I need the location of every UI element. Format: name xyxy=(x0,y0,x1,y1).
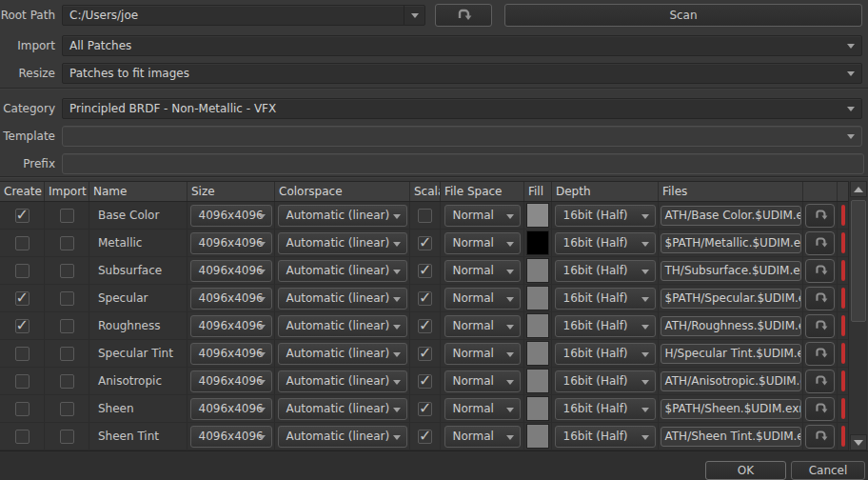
colorspace-dropdown[interactable]: Automatic (linear) xyxy=(278,315,407,337)
scalar-checkbox[interactable] xyxy=(418,291,432,306)
file-space-dropdown[interactable]: Normal xyxy=(444,370,521,392)
import-checkbox[interactable] xyxy=(60,291,74,306)
depth-dropdown[interactable]: 16bit (Half) xyxy=(555,398,656,420)
reload-file-button[interactable] xyxy=(805,314,835,338)
scalar-checkbox[interactable] xyxy=(418,236,432,250)
fill-color-swatch[interactable] xyxy=(526,258,549,283)
refresh-root-button[interactable] xyxy=(435,4,492,27)
depth-dropdown[interactable]: 16bit (Half) xyxy=(555,205,656,227)
create-checkbox[interactable] xyxy=(15,374,30,389)
import-checkbox[interactable] xyxy=(60,402,74,416)
file-space-dropdown[interactable]: Normal xyxy=(444,260,521,282)
fill-color-swatch[interactable] xyxy=(526,341,549,366)
size-dropdown[interactable]: 4096x4096 xyxy=(190,343,272,365)
file-path-field[interactable]: H/Specular Tint.$UDIM.exr xyxy=(661,344,801,364)
import-dropdown[interactable]: All Patches xyxy=(62,35,862,56)
scalar-checkbox[interactable] xyxy=(418,430,432,444)
depth-dropdown[interactable]: 16bit (Half) xyxy=(555,343,656,365)
import-checkbox[interactable] xyxy=(60,430,74,444)
create-checkbox[interactable] xyxy=(15,236,30,250)
colorspace-dropdown[interactable]: Automatic (linear) xyxy=(278,426,407,448)
scrollbar-thumb[interactable] xyxy=(851,200,866,322)
depth-dropdown[interactable]: 16bit (Half) xyxy=(555,288,656,310)
scroll-down-button[interactable] xyxy=(850,434,867,450)
import-checkbox[interactable] xyxy=(60,319,74,333)
import-checkbox[interactable] xyxy=(60,236,74,250)
colorspace-dropdown[interactable]: Automatic (linear) xyxy=(278,232,407,254)
import-checkbox[interactable] xyxy=(60,209,74,223)
size-dropdown[interactable]: 4096x4096 xyxy=(190,398,272,420)
fill-color-swatch[interactable] xyxy=(526,203,549,228)
category-dropdown[interactable]: Principled BRDF - Non-Metallic - VFX xyxy=(62,98,862,119)
scalar-checkbox[interactable] xyxy=(418,264,432,278)
reload-file-button[interactable] xyxy=(805,287,835,310)
file-path-field[interactable]: TH/Subsurface.$UDIM.exr xyxy=(661,261,801,281)
table-scrollbar[interactable] xyxy=(848,181,867,450)
colorspace-dropdown[interactable]: Automatic (linear) xyxy=(278,370,407,392)
size-dropdown[interactable]: 4096x4096 xyxy=(190,260,272,282)
depth-dropdown[interactable]: 16bit (Half) xyxy=(555,370,656,392)
template-dropdown[interactable] xyxy=(62,126,862,147)
fill-color-swatch[interactable] xyxy=(526,424,549,449)
file-path-field[interactable]: $PATH/Sheen.$UDIM.exr xyxy=(661,399,801,419)
import-checkbox[interactable] xyxy=(60,374,74,389)
fill-color-swatch[interactable] xyxy=(526,313,549,338)
create-checkbox[interactable] xyxy=(15,347,30,361)
colorspace-dropdown[interactable]: Automatic (linear) xyxy=(278,343,407,365)
file-space-dropdown[interactable]: Normal xyxy=(444,398,521,420)
depth-dropdown[interactable]: 16bit (Half) xyxy=(555,260,656,282)
size-dropdown[interactable]: 4096x4096 xyxy=(190,288,272,310)
size-dropdown[interactable]: 4096x4096 xyxy=(190,426,272,448)
scalar-checkbox[interactable] xyxy=(418,319,432,333)
file-path-field[interactable]: ATH/Roughness.$UDIM.exr xyxy=(661,316,801,336)
reload-file-button[interactable] xyxy=(805,204,835,228)
import-checkbox[interactable] xyxy=(60,347,74,361)
cancel-button[interactable]: Cancel xyxy=(791,461,865,480)
reload-file-button[interactable] xyxy=(805,370,835,393)
depth-dropdown[interactable]: 16bit (Half) xyxy=(555,426,656,448)
import-checkbox[interactable] xyxy=(60,264,74,278)
depth-dropdown[interactable]: 16bit (Half) xyxy=(555,232,656,254)
scroll-up-button[interactable] xyxy=(850,181,867,197)
scan-button[interactable]: Scan xyxy=(504,4,862,27)
colorspace-dropdown[interactable]: Automatic (linear) xyxy=(278,398,407,420)
create-checkbox[interactable] xyxy=(15,264,30,278)
root-path-combobox[interactable]: C:/Users/joe xyxy=(62,5,425,26)
scalar-checkbox[interactable] xyxy=(418,209,432,223)
file-space-dropdown[interactable]: Normal xyxy=(444,205,521,227)
fill-color-swatch[interactable] xyxy=(526,396,549,421)
resize-dropdown[interactable]: Patches to fit images xyxy=(62,63,862,84)
fill-color-swatch[interactable] xyxy=(526,369,549,393)
reload-file-button[interactable] xyxy=(805,231,835,255)
file-space-dropdown[interactable]: Normal xyxy=(444,288,521,310)
colorspace-dropdown[interactable]: Automatic (linear) xyxy=(278,260,407,282)
file-space-dropdown[interactable]: Normal xyxy=(444,315,521,337)
file-space-dropdown[interactable]: Normal xyxy=(444,232,521,254)
size-dropdown[interactable]: 4096x4096 xyxy=(190,232,272,254)
file-space-dropdown[interactable]: Normal xyxy=(444,426,521,448)
ok-button[interactable]: OK xyxy=(705,461,786,480)
create-checkbox[interactable] xyxy=(15,291,30,306)
file-path-field[interactable]: ATH/Anisotropic.$UDIM.exr xyxy=(661,371,801,391)
reload-file-button[interactable] xyxy=(805,397,835,421)
size-dropdown[interactable]: 4096x4096 xyxy=(190,315,272,337)
scalar-checkbox[interactable] xyxy=(418,402,432,416)
file-path-field[interactable]: ATH/Base Color.$UDIM.exr xyxy=(661,206,801,226)
file-path-field[interactable]: $PATH/Specular.$UDIM.exr xyxy=(661,289,801,309)
depth-dropdown[interactable]: 16bit (Half) xyxy=(555,315,656,337)
prefix-input[interactable] xyxy=(62,153,864,174)
size-dropdown[interactable]: 4096x4096 xyxy=(190,205,272,227)
size-dropdown[interactable]: 4096x4096 xyxy=(190,370,272,392)
reload-file-button[interactable] xyxy=(805,425,835,449)
fill-color-swatch[interactable] xyxy=(526,230,549,255)
colorspace-dropdown[interactable]: Automatic (linear) xyxy=(278,205,407,227)
reload-file-button[interactable] xyxy=(805,342,835,366)
create-checkbox[interactable] xyxy=(15,319,30,333)
create-checkbox[interactable] xyxy=(15,209,30,223)
fill-color-swatch[interactable] xyxy=(526,286,549,310)
colorspace-dropdown[interactable]: Automatic (linear) xyxy=(278,288,407,310)
reload-file-button[interactable] xyxy=(805,259,835,283)
scalar-checkbox[interactable] xyxy=(418,374,432,389)
create-checkbox[interactable] xyxy=(15,402,30,416)
scalar-checkbox[interactable] xyxy=(418,347,432,361)
